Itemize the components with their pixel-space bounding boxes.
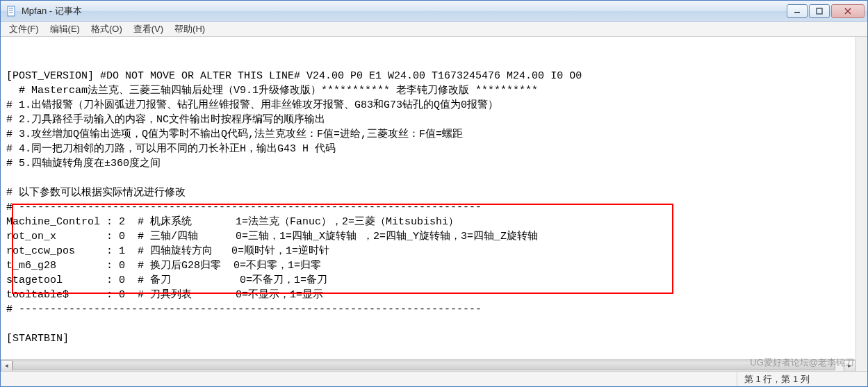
cursor-position: 第 1 行，第 1 列 — [737, 372, 862, 386]
app-icon — [6, 6, 17, 17]
text-line: stagetool : 0 # 备刀 0=不备刀，1=备刀 — [6, 273, 855, 288]
text-line — [6, 317, 855, 331]
svg-rect-5 — [817, 8, 822, 14]
text-line: # 以下参数可以根据实际情况进行修改 — [6, 186, 855, 200]
maximize-button[interactable] — [809, 4, 830, 18]
menu-view[interactable]: 查看(V) — [128, 22, 169, 37]
window-title: Mpfan - 记事本 — [22, 5, 787, 17]
text-editor-area[interactable]: [POST_VERSION] #DO NOT MOVE OR ALTER THI… — [1, 37, 867, 371]
minimize-icon — [794, 8, 801, 15]
horizontal-scrollbar[interactable]: ◄ ► — [1, 359, 855, 371]
menu-format[interactable]: 格式(O) — [85, 22, 128, 37]
svg-rect-0 — [8, 6, 15, 16]
window-controls — [787, 4, 865, 18]
text-line: # 3.攻丝增加Q值输出选项，Q值为零时不输出Q代码,法兰克攻丝：F值=进给,三… — [6, 127, 855, 142]
text-line: # 5.四轴旋转角度在±360度之间 — [6, 156, 855, 171]
scroll-track[interactable] — [13, 360, 844, 371]
menu-edit[interactable]: 编辑(E) — [44, 22, 85, 37]
vertical-scrollbar[interactable] — [855, 37, 867, 359]
text-line: tooltable$ : 0 # 刀具列表 0=不显示，1=显示 — [6, 288, 855, 302]
text-line: Machine_Control : 2 # 机床系统 1=法兰克（Fanuc），… — [6, 215, 855, 229]
minimize-button[interactable] — [787, 4, 808, 18]
maximize-icon — [816, 8, 823, 15]
menu-file[interactable]: 文件(F) — [3, 22, 44, 37]
text-line: # 2.刀具路径手动输入的内容，NC文件输出时按程序编写的顺序输出 — [6, 113, 855, 127]
scroll-corner — [855, 359, 867, 371]
menu-help[interactable]: 帮助(H) — [169, 22, 211, 37]
close-icon — [844, 8, 851, 15]
title-bar: Mpfan - 记事本 — [1, 1, 867, 22]
text-line: [POST_VERSION] #DO NOT MOVE OR ALTER THI… — [6, 69, 855, 83]
scroll-left-arrow[interactable]: ◄ — [1, 360, 13, 371]
scroll-thumb[interactable] — [13, 361, 835, 370]
text-line: # Mastercam法兰克、三菱三轴四轴后处理（V9.1升级修改版）*****… — [6, 83, 855, 98]
text-line: # 1.出错报警（刀补圆弧进刀报警、钻孔用丝锥报警、用非丝锥攻牙报警、G83和G… — [6, 98, 855, 113]
menu-bar: 文件(F) 编辑(E) 格式(O) 查看(V) 帮助(H) — [1, 22, 867, 37]
text-line: rot_on_x : 0 # 三轴/四轴 0=三轴，1=四轴_X旋转轴 ，2=四… — [6, 229, 855, 244]
text-line: rot_ccw_pos : 1 # 四轴旋转方向 0=顺时针，1=逆时针 — [6, 244, 855, 258]
scroll-right-arrow[interactable]: ► — [844, 360, 855, 371]
text-line: # --------------------------------------… — [6, 200, 855, 215]
text-line — [6, 171, 855, 186]
text-line: # --------------------------------------… — [6, 302, 855, 317]
status-bar: 第 1 行，第 1 列 — [1, 371, 867, 386]
text-line: # 4.同一把刀相邻的刀路，可以用不同的刀长补正H，输出G43 H 代码 — [6, 142, 855, 156]
close-button[interactable] — [831, 4, 865, 18]
text-line: t_m6_g28 : 0 # 换刀后G28归零 0=不归零，1=归零 — [6, 258, 855, 273]
text-line: [STARTBIN] — [6, 331, 855, 346]
